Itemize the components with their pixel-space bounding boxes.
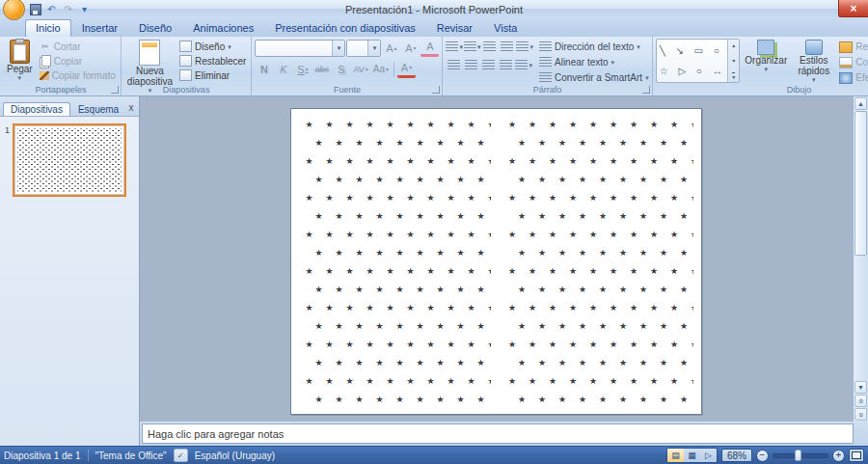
grow-font-button[interactable]: A▴: [382, 41, 400, 56]
text-direction-button[interactable]: Dirección del texto ▾: [539, 40, 649, 54]
qat-customize-button[interactable]: ▾: [77, 2, 92, 16]
arrange-dropdown-icon: ▾: [765, 66, 769, 72]
arrange-button[interactable]: Organizar ▾: [742, 39, 790, 73]
tab-vista[interactable]: Vista: [483, 19, 528, 37]
shapes-scroll-down-icon: ▾: [732, 57, 735, 64]
shapes-row-2: ☆ ▷ ○ ↔ +: [660, 66, 725, 76]
bullets-button[interactable]: ▾: [446, 39, 463, 54]
numbering-button[interactable]: ▾: [464, 39, 481, 54]
underline-label: S: [297, 64, 304, 75]
text-shadow-button[interactable]: S: [332, 62, 350, 77]
undo-button[interactable]: ↶: [44, 2, 59, 16]
save-icon: [30, 4, 41, 15]
align-right-button[interactable]: [480, 57, 497, 72]
format-painter-button[interactable]: Copiar formato: [38, 68, 118, 82]
italic-button[interactable]: K: [274, 62, 292, 77]
change-case-button[interactable]: Aa▾: [371, 62, 391, 77]
slide-number: 1: [5, 125, 10, 135]
scroll-down-button[interactable]: ▼: [854, 381, 867, 394]
ribbon-tab-bar: Inicio Insertar Diseño Animaciones Prese…: [0, 18, 868, 37]
fuente-dialog-launcher[interactable]: [432, 86, 440, 94]
scroll-up-button[interactable]: ▲: [854, 97, 867, 110]
font-color-button[interactable]: A▾: [397, 60, 416, 78]
increase-indent-button[interactable]: [499, 39, 515, 54]
redo-button[interactable]: ↷: [61, 2, 75, 16]
language-indicator[interactable]: Español (Uruguay): [195, 450, 275, 461]
office-button[interactable]: [3, 0, 25, 20]
paste-dropdown-icon: ▾: [18, 74, 22, 81]
close-button[interactable]: ×: [838, 0, 868, 17]
delete-slide-button[interactable]: Eliminar: [177, 68, 248, 82]
character-spacing-button[interactable]: AV▾: [351, 62, 369, 77]
shapes-gallery-scrollbar[interactable]: ▴ ▾ ▾: [727, 40, 739, 82]
bold-button[interactable]: N: [255, 62, 273, 77]
previous-slide-button[interactable]: «: [854, 395, 867, 407]
strikethrough-button[interactable]: abc: [312, 62, 331, 77]
save-button[interactable]: [28, 2, 42, 16]
shrink-font-button[interactable]: A▾: [401, 41, 420, 56]
shape-fill-button[interactable]: Relleno de forma ▾: [839, 40, 868, 54]
vertical-scrollbar[interactable]: ▲ ▼ « »: [853, 96, 868, 422]
notes-pane[interactable]: Haga clic para agregar notas: [142, 423, 854, 444]
align-center-button[interactable]: [463, 57, 479, 72]
new-slide-button[interactable]: Nueva diapositiva ▾: [124, 39, 176, 95]
copy-button[interactable]: Copiar: [38, 54, 118, 68]
zoom-out-button[interactable]: −: [756, 450, 769, 462]
normal-view-button[interactable]: ▤: [667, 449, 684, 462]
powerpoint-window: ↶ ↷ ▾ Presentación1 - Microsoft PowerPoi…: [0, 0, 868, 464]
format-painter-icon: [40, 71, 49, 80]
shape-effects-button[interactable]: Efectos de forma ▾: [839, 70, 868, 85]
slide-thumbnail[interactable]: [13, 123, 126, 197]
pane-tab-diapositivas[interactable]: Diapositivas: [3, 102, 70, 116]
pane-tab-bar: Diapositivas Esquema x: [0, 96, 139, 117]
shapes-more-icon: ▾: [732, 72, 735, 80]
zoom-in-button[interactable]: +: [832, 450, 845, 462]
spacing-label: AV: [353, 65, 364, 74]
convert-smartart-button[interactable]: Convertir a SmartArt ▾: [539, 70, 649, 85]
tab-insertar[interactable]: Insertar: [71, 19, 128, 37]
fit-icon: [852, 451, 861, 459]
zoom-level[interactable]: 68%: [721, 449, 752, 462]
shapes-row-1: ╲ ↘ ▭ ○ □ ◇: [660, 45, 725, 56]
tab-presentacion[interactable]: Presentación con diapositivas: [264, 19, 426, 37]
portapapeles-dialog-launcher[interactable]: [111, 86, 119, 94]
tab-inicio[interactable]: Inicio: [25, 19, 71, 37]
align-left-button[interactable]: [446, 57, 462, 72]
layout-button[interactable]: Diseño ▾: [177, 40, 248, 53]
zoom-slider[interactable]: [773, 453, 828, 458]
paste-button[interactable]: Pegar ▾: [4, 39, 36, 82]
text-direction-dropdown-icon: ▾: [637, 43, 640, 50]
pane-close-button[interactable]: x: [126, 101, 136, 114]
font-name-combo[interactable]: ▾: [255, 40, 345, 57]
tab-animaciones[interactable]: Animaciones: [182, 19, 264, 37]
slideshow-view-button[interactable]: ▷: [700, 449, 717, 462]
cut-button[interactable]: ✂ Cortar: [38, 40, 118, 53]
next-slide-button[interactable]: »: [854, 408, 867, 421]
line-spacing-button[interactable]: ▾: [516, 39, 533, 54]
thumbnail-list: 1: [0, 117, 139, 446]
clear-formatting-button[interactable]: A: [420, 39, 439, 57]
tab-revisar[interactable]: Revisar: [426, 19, 483, 37]
decrease-indent-button[interactable]: [481, 39, 498, 54]
delete-icon: [179, 69, 192, 81]
align-text-button[interactable]: Alinear texto ▾: [539, 55, 649, 69]
shapes-gallery[interactable]: ╲ ↘ ▭ ○ □ ◇ ☆ ▷ ○ ↔ + ▴ ▾ ▾: [656, 39, 741, 83]
underline-button[interactable]: S▾: [293, 62, 312, 77]
shape-outline-button[interactable]: Contorno de forma ▾: [839, 55, 868, 69]
parrafo-dialog-launcher[interactable]: [642, 86, 650, 94]
shape-effects-icon: [839, 72, 853, 84]
paste-label: Pegar: [7, 64, 33, 74]
columns-button[interactable]: ▾: [515, 57, 532, 72]
quick-styles-button[interactable]: Estilos rápidos ▾: [792, 39, 835, 84]
slide-canvas[interactable]: ★★★★★★★★★★★★★★★★★★★★★★★★★★★★★★★★★★★★★★★★…: [290, 108, 702, 415]
slide-sorter-view-button[interactable]: ▦: [684, 449, 700, 462]
justify-button[interactable]: [498, 57, 514, 72]
scrollbar-thumb[interactable]: [854, 111, 867, 256]
tab-diseno[interactable]: Diseño: [128, 19, 182, 37]
pane-tab-esquema[interactable]: Esquema: [70, 102, 126, 116]
proofing-icon[interactable]: ✓: [174, 449, 188, 462]
fit-to-window-button[interactable]: [849, 449, 864, 462]
zoom-slider-thumb[interactable]: [795, 450, 801, 461]
reset-button[interactable]: Restablecer: [177, 54, 248, 68]
font-size-combo[interactable]: ▾: [346, 40, 381, 57]
